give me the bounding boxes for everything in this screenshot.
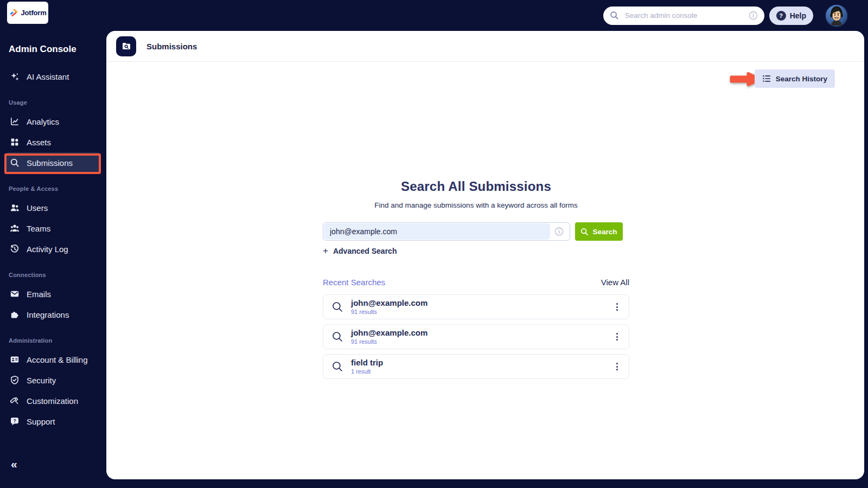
jotform-logo[interactable]: Jotform <box>7 2 48 24</box>
sidebar-item-label: Emails <box>27 290 51 299</box>
sidebar-item-label: Support <box>27 417 55 426</box>
section-label-connections: Connections <box>9 271 98 279</box>
recent-search-text: john@example.com 91 results <box>351 329 427 345</box>
recent-search-item[interactable]: john@example.com 91 results <box>323 294 629 319</box>
sidebar-item-label: Activity Log <box>27 245 68 254</box>
recent-search-text: john@example.com 91 results <box>351 299 427 315</box>
avatar-illustration <box>825 4 848 28</box>
search-row: Search <box>323 222 629 241</box>
avatar[interactable] <box>825 4 848 28</box>
sidebar-item-activity-log[interactable]: Activity Log <box>7 239 100 259</box>
sidebar-item-assets[interactable]: Assets <box>7 132 100 152</box>
sidebar-item-label: Analytics <box>27 117 59 126</box>
sidebar-item-emails[interactable]: Emails <box>7 284 100 304</box>
section-usage: Analytics Assets Submissions <box>0 111 106 173</box>
sidebar-collapse-button[interactable]: « <box>8 457 21 472</box>
question-mark-icon: ? <box>776 11 786 21</box>
subtitle: Find and manage submissions with a keywo… <box>323 201 629 210</box>
kebab-menu-button[interactable] <box>614 360 621 373</box>
sidebar: Admin Console AI Assistant Usage Analyti… <box>0 31 106 488</box>
search-button-label: Search <box>592 228 617 236</box>
help-button[interactable]: ? Help <box>769 7 813 25</box>
main-panel: Submissions Search History Search All Su… <box>106 31 864 479</box>
shield-check-icon <box>10 375 20 385</box>
sidebar-item-support[interactable]: ? Support <box>7 411 100 432</box>
sparkles-icon <box>10 72 20 81</box>
id-card-icon <box>10 355 20 364</box>
submission-search-field <box>323 222 570 241</box>
sidebar-item-label: Security <box>27 376 56 385</box>
recent-search-results: 1 result <box>351 368 383 375</box>
sidebar-item-label: Users <box>27 203 48 213</box>
users-icon <box>10 203 20 213</box>
sidebar-item-security[interactable]: Security <box>7 370 100 390</box>
section-label-administration: Administration <box>9 337 98 344</box>
recent-search-results: 91 results <box>351 338 427 345</box>
sidebar-item-teams[interactable]: Teams <box>7 218 100 239</box>
sidebar-item-ai-assistant[interactable]: AI Assistant <box>7 66 100 87</box>
recent-searches-title: Recent Searches <box>323 278 385 287</box>
section-label-people-access: People & Access <box>9 185 98 192</box>
magnifier-icon <box>10 158 20 168</box>
envelope-icon <box>10 289 20 299</box>
search-icon <box>610 11 619 20</box>
submission-search-input[interactable] <box>323 223 570 240</box>
section-administration: Account & Billing Security <box>0 349 106 432</box>
plus-icon: + <box>323 247 328 255</box>
jotform-logo-icon <box>9 8 18 17</box>
svg-text:?: ? <box>13 418 16 423</box>
sidebar-item-label: Assets <box>27 138 51 147</box>
sidebar-item-label: Teams <box>27 224 50 233</box>
admin-console-search[interactable] <box>603 7 764 25</box>
info-icon[interactable] <box>554 227 564 236</box>
sidebar-item-integrations[interactable]: Integrations <box>7 304 100 325</box>
recent-search-item[interactable]: field trip 1 result <box>323 354 629 379</box>
sidebar-item-label: Integrations <box>27 310 69 319</box>
recent-searches-header: Recent Searches View All <box>323 278 629 287</box>
sidebar-item-users[interactable]: Users <box>7 197 100 218</box>
help-label: Help <box>790 11 806 20</box>
recent-search-results: 91 results <box>351 309 427 315</box>
section-connections: Emails Integrations <box>0 284 106 325</box>
folder-search-icon <box>116 36 136 56</box>
center-column: Search All Submissions Find and manage s… <box>323 179 629 379</box>
content-area: Search History Search All Submissions Fi… <box>106 62 864 479</box>
view-all-link[interactable]: View All <box>601 278 629 287</box>
recent-search-query: field trip <box>351 358 383 367</box>
clock-history-icon <box>10 244 20 254</box>
list-icon <box>762 74 771 83</box>
magnifier-icon <box>331 331 343 343</box>
jotform-logo-text: Jotform <box>21 9 47 17</box>
teams-icon <box>10 223 20 233</box>
kebab-menu-button[interactable] <box>614 300 621 313</box>
main-title: Search All Submissions <box>323 179 629 194</box>
grid-icon <box>10 137 20 147</box>
sidebar-item-label: Account & Billing <box>27 355 88 364</box>
admin-search-input[interactable] <box>624 11 744 20</box>
sidebar-item-customization[interactable]: Customization <box>7 390 100 411</box>
page-title: Submissions <box>146 42 197 51</box>
advanced-search-link[interactable]: + Advanced Search <box>323 247 397 255</box>
recent-search-item[interactable]: john@example.com 91 results <box>323 324 629 349</box>
panel-header: Submissions <box>106 31 864 62</box>
sidebar-item-submissions[interactable]: Submissions <box>7 152 100 173</box>
search-history-button[interactable]: Search History <box>755 69 835 88</box>
search-button[interactable]: Search <box>575 222 623 241</box>
recent-search-query: john@example.com <box>351 299 427 307</box>
recent-search-query: john@example.com <box>351 329 427 337</box>
paint-roller-icon <box>10 396 20 406</box>
sidebar-item-account-billing[interactable]: Account & Billing <box>7 349 100 370</box>
search-icon <box>580 228 589 236</box>
kebab-menu-button[interactable] <box>614 330 621 343</box>
magnifier-icon <box>331 301 343 313</box>
topbar: Jotform ? Help <box>0 0 868 31</box>
chat-question-icon: ? <box>10 416 20 426</box>
sidebar-item-analytics[interactable]: Analytics <box>7 111 100 132</box>
magnifier-icon <box>331 361 343 373</box>
recent-search-text: field trip 1 result <box>351 358 383 375</box>
sidebar-item-label: Submissions <box>27 158 73 168</box>
advanced-search-label: Advanced Search <box>333 247 397 255</box>
section-label-usage: Usage <box>9 99 98 106</box>
puzzle-icon <box>10 310 20 319</box>
sidebar-title: Admin Console <box>0 31 106 56</box>
